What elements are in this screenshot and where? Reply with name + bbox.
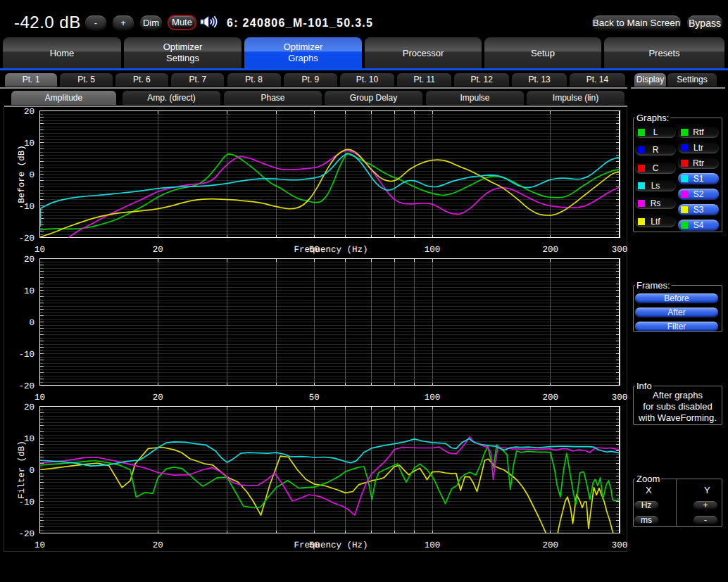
svg-text:0: 0 [29,170,34,180]
svg-text:10: 10 [34,393,45,403]
svg-text:10: 10 [34,540,45,550]
svg-text:300: 300 [612,393,627,403]
svg-text:20: 20 [24,255,34,265]
svg-text:20: 20 [24,107,34,117]
svg-text:0: 0 [29,466,34,476]
svg-text:50: 50 [309,393,320,403]
svg-text:0: 0 [29,318,34,328]
svg-text:-10: -10 [18,350,34,360]
svg-text:20: 20 [24,403,34,412]
svg-text:20: 20 [153,540,163,550]
svg-text:100: 100 [425,245,441,255]
svg-text:Frequency (Hz): Frequency (Hz) [294,540,368,550]
svg-text:100: 100 [425,393,441,403]
svg-text:-20: -20 [18,381,34,391]
svg-text:300: 300 [612,540,627,550]
svg-text:-20: -20 [18,529,34,539]
svg-text:Filter (dB): Filter (dB) [17,441,27,499]
svg-text:200: 200 [543,540,559,550]
svg-text:10: 10 [34,245,45,255]
svg-text:200: 200 [543,393,559,403]
svg-text:10: 10 [24,286,34,296]
svg-text:Before (dB): Before (dB) [17,145,27,203]
svg-text:200: 200 [543,245,559,255]
svg-text:20: 20 [153,393,163,403]
svg-text:100: 100 [425,540,441,550]
svg-text:300: 300 [612,245,627,255]
svg-text:-20: -20 [18,234,34,243]
svg-text:Frequency (Hz): Frequency (Hz) [294,245,368,255]
svg-text:20: 20 [153,245,163,255]
